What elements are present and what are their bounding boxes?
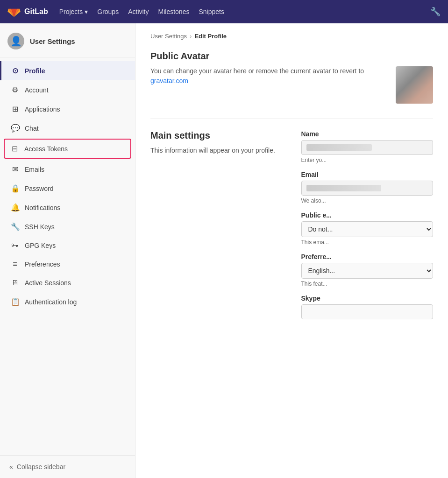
sidebar-item-password[interactable]: 🔒 Password [0,179,135,198]
sidebar-item-emails[interactable]: ✉ Emails [0,160,135,179]
sidebar-item-label: Emails [25,166,44,173]
public-avatar-title: Public Avatar [150,51,433,62]
sidebar-item-label: Notifications [25,204,60,211]
sidebar-header: 👤 User Settings [0,23,135,57]
sidebar: 👤 User Settings ⊙ Profile ⚙ Account ⊞ Ap… [0,23,135,478]
name-field-group: Name Enter yo... [301,130,434,163]
avatar-row: You can change your avatar here or remov… [150,66,433,104]
sidebar-item-ssh-keys[interactable]: 🔧 SSH Keys [0,217,135,236]
sidebar-item-gpg-keys[interactable]: 🗝 GPG Keys [0,236,135,255]
avatar-description-container: You can change your avatar here or remov… [150,66,381,86]
access-tokens-icon: ⊟ [10,144,19,153]
collapse-label: Collapse sidebar [17,463,65,471]
main-settings-description: This information will appear on your pro… [150,146,283,155]
user-icon: 👤 [10,35,22,47]
sidebar-item-applications[interactable]: ⊞ Applications [0,99,135,119]
sidebar-item-authentication-log[interactable]: 📋 Authentication log [0,292,135,311]
preferences-icon: ≡ [11,260,19,268]
ssh-icon: 🔧 [11,222,19,231]
sidebar-item-active-sessions[interactable]: 🖥 Active Sessions [0,274,135,292]
main-settings-right: Name Enter yo... Email We also... [301,130,434,327]
chevron-down-icon: ▾ [85,8,88,15]
breadcrumb-separator: › [190,33,192,40]
navbar-links: Projects ▾ Groups Activity Milestones Sn… [59,8,419,15]
email-value-blurred [306,185,381,191]
sidebar-item-label: Preferences [25,260,60,268]
email-hint: We also... [301,197,434,204]
password-icon: 🔒 [11,184,19,193]
email-field-group: Email We also... [301,171,434,204]
gitlab-logo [7,5,21,18]
emails-icon: ✉ [11,165,19,174]
sidebar-item-account[interactable]: ⚙ Account [0,80,135,99]
sidebar-item-label: Active Sessions [25,279,71,287]
sidebar-item-label: Applications [25,105,60,113]
sidebar-item-preferences[interactable]: ≡ Preferences [0,255,135,274]
wrench-icon[interactable]: 🔧 [430,7,441,17]
public-email-label: Public e... [301,211,434,219]
preferred-language-label: Preferre... [301,253,434,260]
brand-link[interactable]: GitLab [7,5,48,18]
sidebar-item-label: GPG Keys [25,242,56,249]
sidebar-item-label: Profile [25,67,45,75]
public-avatar-section: Public Avatar You can change your avatar… [150,51,433,104]
avatar-preview [396,66,433,104]
gpg-icon: 🗝 [11,241,19,250]
sidebar-item-label: Access Tokens [24,145,68,153]
preferred-language-field-group: Preferre... English... This feat... [301,253,434,287]
email-label: Email [301,171,434,178]
sidebar-item-chat[interactable]: 💬 Chat [0,119,135,138]
breadcrumb-parent[interactable]: User Settings [150,33,187,40]
name-input-blurred [301,140,434,155]
avatar-description: You can change your avatar here or remov… [150,66,375,86]
main-settings-section: Main settings This information will appe… [150,130,433,327]
sidebar-item-profile[interactable]: ⊙ Profile [0,61,135,80]
nav-projects[interactable]: Projects ▾ [59,8,88,15]
section-divider [150,119,433,119]
sidebar-item-label: Chat [25,125,39,132]
navbar-right: 🔧 [430,7,441,17]
auth-log-icon: 📋 [11,297,19,306]
sidebar-item-access-tokens[interactable]: ⊟ Access Tokens [4,139,131,159]
top-navbar: GitLab Projects ▾ Groups Activity Milest… [0,0,448,23]
gravatar-link[interactable]: gravatar.com [150,77,188,84]
nav-activity[interactable]: Activity [128,8,149,15]
sidebar-item-label: Password [25,185,53,192]
skype-field-group: Skype [301,295,434,319]
account-icon: ⚙ [11,85,19,94]
sidebar-item-label: SSH Keys [25,223,55,231]
public-email-hint: This ema... [301,239,434,246]
sidebar-item-label: Account [25,86,49,94]
breadcrumb: User Settings › Edit Profile [150,33,433,40]
page-layout: 👤 User Settings ⊙ Profile ⚙ Account ⊞ Ap… [0,23,448,478]
breadcrumb-current: Edit Profile [194,33,227,40]
public-email-select[interactable]: Do not... [301,221,434,237]
nav-milestones[interactable]: Milestones [158,8,190,15]
name-hint: Enter yo... [301,157,434,163]
preferred-language-hint: This feat... [301,281,434,287]
profile-icon: ⊙ [11,66,19,75]
name-label: Name [301,130,434,138]
main-content: User Settings › Edit Profile Public Avat… [135,23,448,478]
collapse-icon: « [9,463,13,471]
sidebar-item-notifications[interactable]: 🔔 Notifications [0,198,135,217]
avatar-image [396,66,433,104]
nav-groups[interactable]: Groups [97,8,119,15]
main-settings-title: Main settings [150,130,283,141]
sessions-icon: 🖥 [11,279,19,287]
main-settings-left: Main settings This information will appe… [150,130,283,327]
main-settings-layout: Main settings This information will appe… [150,130,433,327]
skype-input[interactable] [301,304,434,319]
preferred-language-select[interactable]: English... [301,263,434,279]
skype-label: Skype [301,295,434,302]
nav-snippets[interactable]: Snippets [199,8,224,15]
collapse-sidebar-button[interactable]: « Collapse sidebar [0,455,135,478]
chat-icon: 💬 [11,124,19,133]
sidebar-title: User Settings [30,37,75,45]
notifications-icon: 🔔 [11,203,19,212]
name-value-blurred [306,144,372,151]
applications-icon: ⊞ [11,105,19,113]
sidebar-item-label: Authentication log [25,298,77,306]
email-input-blurred [301,181,434,196]
public-email-field-group: Public e... Do not... This ema... [301,211,434,246]
